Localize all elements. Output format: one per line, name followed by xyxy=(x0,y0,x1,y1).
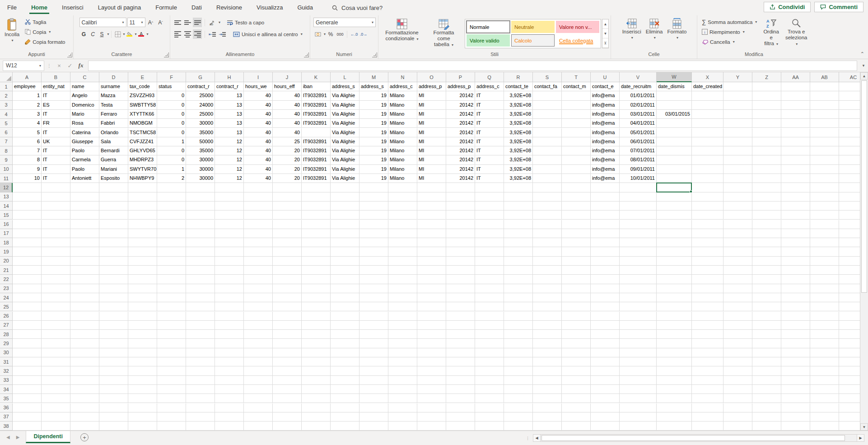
cell-E30[interactable] xyxy=(128,348,157,357)
italic-button[interactable]: C xyxy=(89,29,98,39)
cell-X17[interactable] xyxy=(692,229,723,238)
cell-P15[interactable] xyxy=(446,211,475,220)
row-header-24[interactable]: 24 xyxy=(0,293,13,302)
cell-K17[interactable] xyxy=(302,229,331,238)
cell-J12[interactable] xyxy=(273,183,302,192)
cell-A18[interactable] xyxy=(13,238,42,247)
cell-C18[interactable] xyxy=(70,238,99,247)
cell-U3[interactable]: info@ema xyxy=(591,101,620,110)
cell-F13[interactable] xyxy=(157,192,186,201)
cell-J18[interactable] xyxy=(273,238,302,247)
cell-AA36[interactable] xyxy=(781,403,810,412)
cell-A35[interactable] xyxy=(13,394,42,403)
horizontal-scroll-thumb[interactable] xyxy=(541,435,845,441)
cell-D4[interactable]: Ferraro xyxy=(99,110,128,119)
cell-S16[interactable] xyxy=(533,220,562,229)
cell-AB19[interactable] xyxy=(810,247,839,256)
cell-N24[interactable] xyxy=(388,293,417,302)
cell-Q8[interactable]: IT xyxy=(475,146,504,155)
cell-U13[interactable] xyxy=(591,192,620,201)
cell-K22[interactable] xyxy=(302,275,331,284)
cell-P6[interactable]: 20142 xyxy=(446,128,475,137)
align-left-icon[interactable] xyxy=(173,29,182,39)
cell-A16[interactable] xyxy=(13,220,42,229)
tab-revisione[interactable]: Revisione xyxy=(209,0,249,15)
cell-M34[interactable] xyxy=(359,385,388,394)
cell-X27[interactable] xyxy=(692,321,723,330)
cell-C21[interactable] xyxy=(70,266,99,275)
cell-E29[interactable] xyxy=(128,339,157,348)
cell-M38[interactable] xyxy=(359,422,388,431)
cell-P18[interactable] xyxy=(446,238,475,247)
column-header-G[interactable]: G xyxy=(186,72,215,82)
cell-H6[interactable]: 13 xyxy=(215,128,244,137)
cell-Z5[interactable] xyxy=(752,119,781,128)
cell-O23[interactable] xyxy=(417,284,446,293)
cell-I29[interactable] xyxy=(244,339,273,348)
cell-V2[interactable]: 01/01/2011 xyxy=(620,91,657,100)
cell-AB2[interactable] xyxy=(810,91,839,100)
cell-R38[interactable] xyxy=(504,422,533,431)
cell-P9[interactable]: 20142 xyxy=(446,155,475,164)
cell-J14[interactable] xyxy=(273,201,302,211)
cell-R31[interactable] xyxy=(504,357,533,366)
cell-X18[interactable] xyxy=(692,238,723,247)
cell-R12[interactable] xyxy=(504,183,533,192)
cell-T4[interactable] xyxy=(562,110,591,119)
cell-F25[interactable] xyxy=(157,302,186,311)
cell-AA7[interactable] xyxy=(781,137,810,146)
cell-L11[interactable]: Via Alighie xyxy=(331,174,359,183)
cell-E19[interactable] xyxy=(128,247,157,256)
cell-Z20[interactable] xyxy=(752,257,781,266)
cell-AA23[interactable] xyxy=(781,284,810,293)
cell-AB15[interactable] xyxy=(810,211,839,220)
cell-V12[interactable] xyxy=(620,183,657,192)
cell-C27[interactable] xyxy=(70,321,99,330)
row-header-18[interactable]: 18 xyxy=(0,238,13,247)
format-cells-button[interactable]: Formato ▾ xyxy=(666,17,689,51)
cell-W31[interactable] xyxy=(657,357,692,366)
cell-B27[interactable] xyxy=(42,321,70,330)
share-button[interactable]: Condividi xyxy=(764,2,811,12)
cell-F16[interactable] xyxy=(157,220,186,229)
cell-M8[interactable]: 19 xyxy=(359,146,388,155)
cell-Q23[interactable] xyxy=(475,284,504,293)
column-header-X[interactable]: X xyxy=(692,72,723,82)
cell-U25[interactable] xyxy=(591,302,620,311)
cell-O37[interactable] xyxy=(417,412,446,422)
cell-Q17[interactable] xyxy=(475,229,504,238)
cell-Z9[interactable] xyxy=(752,155,781,164)
cell-P13[interactable] xyxy=(446,192,475,201)
cell-W3[interactable] xyxy=(657,101,692,110)
cell-D6[interactable]: Orlando xyxy=(99,128,128,137)
cell-Q36[interactable] xyxy=(475,403,504,412)
cell-V25[interactable] xyxy=(620,302,657,311)
cell-I4[interactable]: 40 xyxy=(244,110,273,119)
cell-M3[interactable]: 19 xyxy=(359,101,388,110)
cell-Y35[interactable] xyxy=(723,394,752,403)
cell-B20[interactable] xyxy=(42,257,70,266)
cell-S4[interactable] xyxy=(533,110,562,119)
cell-X33[interactable] xyxy=(692,376,723,385)
cell-Q9[interactable]: IT xyxy=(475,155,504,164)
cell-D32[interactable] xyxy=(99,366,128,375)
cell-U31[interactable] xyxy=(591,357,620,366)
cell-Q3[interactable]: IT xyxy=(475,101,504,110)
cell-V20[interactable] xyxy=(620,257,657,266)
cell-AA31[interactable] xyxy=(781,357,810,366)
cell-C17[interactable] xyxy=(70,229,99,238)
cell-S2[interactable] xyxy=(533,91,562,100)
cell-J37[interactable] xyxy=(273,412,302,422)
cell-Y28[interactable] xyxy=(723,330,752,339)
cell-H29[interactable] xyxy=(215,339,244,348)
cell-O19[interactable] xyxy=(417,247,446,256)
cell-R23[interactable] xyxy=(504,284,533,293)
cell-R15[interactable] xyxy=(504,211,533,220)
cell-A33[interactable] xyxy=(13,376,42,385)
row-header-35[interactable]: 35 xyxy=(0,394,13,403)
cell-AA26[interactable] xyxy=(781,312,810,321)
cell-O17[interactable] xyxy=(417,229,446,238)
cell-H23[interactable] xyxy=(215,284,244,293)
row-header-32[interactable]: 32 xyxy=(0,366,13,375)
cell-Y17[interactable] xyxy=(723,229,752,238)
